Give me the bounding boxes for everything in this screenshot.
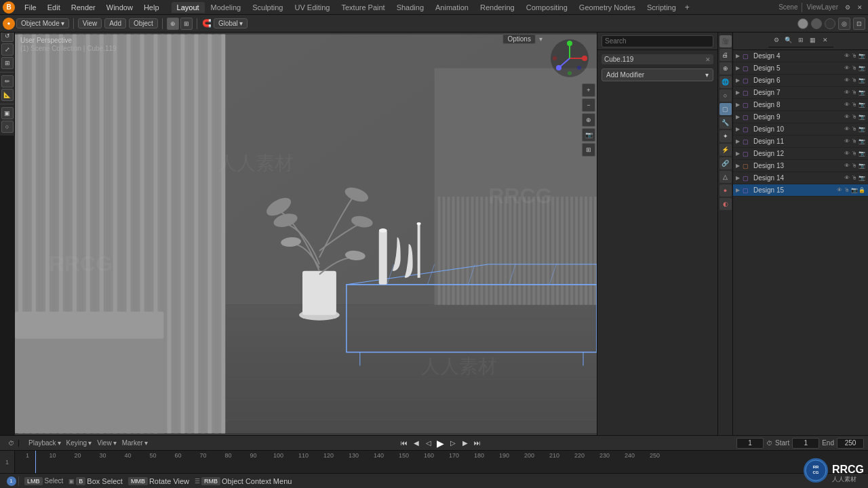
outliner-item-design11[interactable]: ▶ ▢ Design 11 👁🖱📷 bbox=[733, 136, 868, 148]
marker-menu[interactable]: Marker ▾ bbox=[122, 439, 148, 447]
circle-select-btn[interactable]: ○ bbox=[1, 121, 14, 133]
data-props-icon[interactable]: △ bbox=[719, 171, 732, 183]
add-modifier-button[interactable]: Add Modifier ▾ bbox=[601, 68, 713, 81]
menu-help[interactable]: Help bbox=[138, 2, 165, 13]
menu-window[interactable]: Window bbox=[101, 2, 138, 13]
outliner-item-design13[interactable]: ▶ ▢ Design 13 👁🖱📷 bbox=[733, 160, 868, 172]
keying-menu[interactable]: Keying ▾ bbox=[66, 439, 92, 447]
outliner-item-design6[interactable]: ▶ ▢ Design 6 👁🖱📷 bbox=[733, 75, 868, 87]
transform-tool[interactable]: ⊞ bbox=[180, 18, 193, 30]
outliner-item-design7[interactable]: ▶ ▢ Design 7 👁🖱📷 bbox=[733, 87, 868, 99]
tab-rendering[interactable]: Rendering bbox=[475, 2, 520, 13]
tab-layout[interactable]: Layout bbox=[172, 2, 205, 13]
jump-to-start-btn[interactable]: ⏮ bbox=[399, 438, 410, 449]
outliner-item-design9[interactable]: ▶ ▢ Design 9 👁🖱📷 bbox=[733, 111, 868, 123]
outliner-search-icon[interactable]: 🔍 bbox=[783, 35, 794, 45]
view-layer-props-icon[interactable]: ⊕ bbox=[719, 62, 732, 75]
next-keyframe-btn[interactable]: ▷ bbox=[448, 438, 458, 449]
menu-edit[interactable]: Edit bbox=[42, 2, 66, 13]
timeline-playhead[interactable] bbox=[35, 451, 36, 474]
add-menu[interactable]: Add bbox=[104, 18, 126, 28]
world-props-icon[interactable]: ○ bbox=[719, 89, 732, 102]
xray-toggle[interactable]: ⊡ bbox=[853, 18, 865, 30]
outliner-item-design15[interactable]: ▶ ▢ Design 15 👁🖱📷🔒 bbox=[733, 184, 868, 197]
next-frame-btn[interactable]: ▶ bbox=[460, 438, 471, 449]
zoom-out-btn[interactable]: − bbox=[582, 98, 595, 112]
transform-tool-btn[interactable]: ⊞ bbox=[1, 57, 14, 69]
tab-scripting[interactable]: Scripting bbox=[642, 2, 682, 13]
viewport-shading-rendered[interactable] bbox=[825, 18, 835, 29]
outliner-filter2-icon[interactable]: ▦ bbox=[808, 35, 818, 45]
playback-menu[interactable]: Playback ▾ bbox=[28, 439, 61, 447]
camera-btn[interactable]: 📷 bbox=[582, 128, 595, 142]
box-select-btn[interactable]: ▣ bbox=[1, 107, 14, 119]
outliner-item-design5[interactable]: ▶ ▢ Design 5 👁🖱📷 bbox=[733, 62, 868, 75]
menu-render[interactable]: Render bbox=[66, 2, 101, 13]
modifiers-icon[interactable]: 🔧 bbox=[719, 117, 732, 129]
tab-sculpting[interactable]: Sculpting bbox=[247, 2, 288, 13]
magnet-icon[interactable]: 🧲 bbox=[201, 18, 212, 29]
grid-btn[interactable]: ⊞ bbox=[582, 143, 595, 157]
svg-rect-57 bbox=[509, 197, 511, 305]
svg-rect-33 bbox=[174, 35, 178, 434]
current-frame-input[interactable] bbox=[736, 438, 764, 449]
viewport-3d[interactable]: RRCG RRCG 人人素材 人人素材 User Perspective (1)… bbox=[15, 33, 597, 435]
options-chevron-icon[interactable]: ▾ bbox=[539, 35, 542, 43]
jump-to-end-btn[interactable]: ⏭ bbox=[472, 438, 483, 449]
tab-animation[interactable]: Animation bbox=[430, 2, 474, 13]
transform-orientation[interactable]: Global ▾ bbox=[214, 18, 248, 28]
settings-icon[interactable]: ⚙ bbox=[842, 2, 853, 13]
start-frame-input[interactable] bbox=[792, 438, 819, 449]
svg-rect-66 bbox=[551, 197, 554, 305]
object-menu[interactable]: Object bbox=[129, 18, 158, 28]
timeline-track[interactable]: 1 10 20 30 40 50 60 70 80 90 100 110 120… bbox=[15, 451, 868, 474]
shader-props-icon[interactable]: ◐ bbox=[719, 198, 732, 210]
cursor-tool[interactable]: ⊕ bbox=[167, 18, 179, 30]
constraints-icon[interactable]: 🔗 bbox=[719, 157, 732, 169]
scale-tool-btn[interactable]: ⤢ bbox=[1, 43, 14, 56]
view-menu[interactable]: View bbox=[78, 18, 102, 28]
outliner-item-design12[interactable]: ▶ ▢ Design 12 👁🖱📷 bbox=[733, 148, 868, 160]
menu-file[interactable]: File bbox=[19, 2, 42, 13]
object-name-field[interactable]: Cube.119 ✕ bbox=[601, 54, 713, 64]
play-btn[interactable]: ▶ bbox=[435, 438, 446, 449]
prev-keyframe-btn[interactable]: ◁ bbox=[423, 438, 434, 449]
outliner-filter-icon[interactable]: ⚙ bbox=[771, 35, 782, 45]
viewport-gizmo[interactable] bbox=[549, 38, 590, 79]
add-workspace-btn[interactable]: + bbox=[685, 3, 690, 12]
props-search-input[interactable] bbox=[601, 35, 713, 47]
close-icon[interactable]: ✕ bbox=[854, 2, 865, 13]
tab-modeling[interactable]: Modeling bbox=[205, 2, 247, 13]
physics-icon[interactable]: ⚡ bbox=[719, 144, 732, 156]
particles-icon[interactable]: ✦ bbox=[719, 130, 732, 142]
outliner-view-icon[interactable]: ⊞ bbox=[795, 35, 806, 45]
transport-buttons: ⏮ ◀ ◁ ▶ ▷ ▶ ⏭ bbox=[399, 438, 483, 449]
viewport-options-btn[interactable]: Options bbox=[502, 34, 535, 44]
object-mode-select[interactable]: Object Mode ▾ bbox=[16, 18, 69, 28]
scene-props-icon[interactable]: 🌐 bbox=[719, 76, 732, 88]
end-frame-input[interactable] bbox=[837, 438, 864, 449]
tab-geometry-nodes[interactable]: Geometry Nodes bbox=[574, 2, 641, 13]
tab-compositing[interactable]: Compositing bbox=[521, 2, 573, 13]
tab-texture-paint[interactable]: Texture Paint bbox=[336, 2, 390, 13]
output-props-icon[interactable]: 🖨 bbox=[719, 49, 732, 61]
outliner-restrict-icon[interactable]: ✕ bbox=[820, 35, 831, 45]
zoom-in-btn[interactable]: + bbox=[582, 83, 595, 97]
object-props-icon[interactable]: ▢ bbox=[719, 103, 732, 115]
render-props-icon[interactable]: 🎥 bbox=[719, 35, 732, 47]
tab-shading[interactable]: Shading bbox=[391, 2, 429, 13]
overlay-toggle[interactable]: ◎ bbox=[838, 18, 850, 30]
prev-frame-btn[interactable]: ◀ bbox=[411, 438, 422, 449]
outliner-item-design10[interactable]: ▶ ▢ Design 10 👁🖱📷 bbox=[733, 123, 868, 136]
material-props-icon[interactable]: ● bbox=[719, 184, 732, 197]
tab-uv-editing[interactable]: UV Editing bbox=[289, 2, 335, 13]
annotate-tool-btn[interactable]: ✏ bbox=[1, 75, 14, 87]
outliner-item-design4[interactable]: ▶ ▢ Design 4 👁🖱📷 bbox=[733, 50, 868, 62]
timeline-view-menu[interactable]: View ▾ bbox=[97, 439, 117, 447]
outliner-item-design8[interactable]: ▶ ▢ Design 8 👁🖱📷 bbox=[733, 99, 868, 111]
outliner-item-design14[interactable]: ▶ ▢ Design 14 👁🖱📷 bbox=[733, 172, 868, 184]
viewport-shading-solid[interactable] bbox=[797, 18, 808, 29]
pan-btn[interactable]: ⊕ bbox=[582, 113, 595, 127]
measure-tool-btn[interactable]: 📐 bbox=[1, 89, 14, 101]
viewport-shading-material[interactable] bbox=[811, 18, 822, 29]
